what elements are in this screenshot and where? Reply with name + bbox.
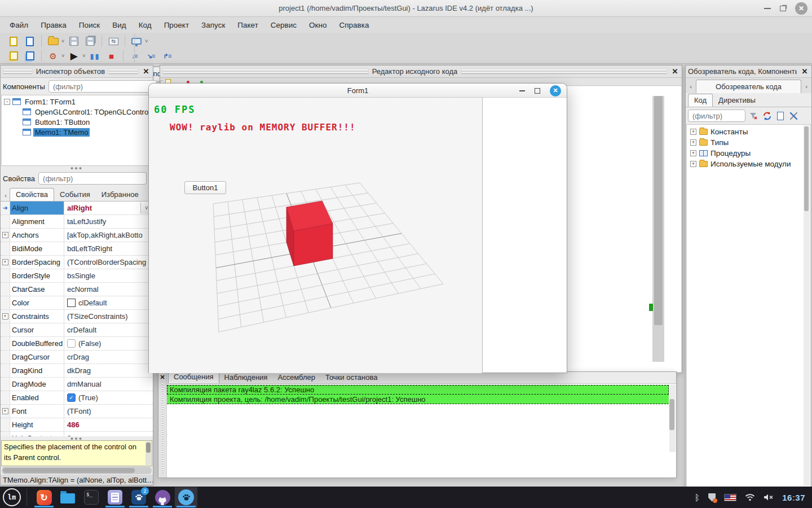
messages-side-handle[interactable]: ✕ [158, 372, 167, 478]
menu-Сервис[interactable]: Сервис [264, 21, 303, 29]
splitter[interactable]: ●●● [1, 166, 153, 170]
splitter[interactable]: ●●● [1, 436, 153, 440]
inspector-hscrollbar-thumb[interactable] [3, 468, 135, 473]
property-value[interactable]: alRight˅ [64, 202, 153, 214]
form1-titlebar[interactable]: Form1 ✕ [149, 84, 567, 98]
messages-tab-наблюдения[interactable]: Наблюдения [219, 372, 273, 383]
menu-Вид[interactable]: Вид [106, 21, 132, 29]
property-row-bidimode[interactable]: BidiModebdLeftToRight [1, 242, 153, 256]
property-value[interactable]: dkDrag [64, 364, 153, 377]
messages-scrollbar[interactable] [669, 384, 676, 452]
clock[interactable]: 16:37 [782, 493, 805, 502]
mint-menu-button[interactable]: lm [3, 488, 21, 506]
refresh-button[interactable] [761, 110, 773, 121]
build-mode-button[interactable]: ⚙ [46, 50, 60, 62]
expand-icon[interactable]: + [2, 232, 8, 238]
property-value[interactable]: (TSizeConstraints) [64, 310, 153, 323]
properties-tab-избранное[interactable]: Избранное [96, 189, 144, 201]
property-value[interactable]: 0 [64, 432, 153, 436]
property-row-alignment[interactable]: AlignmenttaLeftJustify [1, 215, 153, 229]
property-row-borderspacing[interactable]: +BorderSpacing(TControlBorderSpacing [1, 256, 153, 269]
checkbox-checked-icon[interactable]: ✓ [67, 393, 76, 402]
property-row-enabled[interactable]: Enabled✓(True) [1, 391, 153, 405]
property-row-doublebuffered[interactable]: DoubleBuffered(False) [1, 337, 153, 351]
opengl-control[interactable]: 60 FPS WOW! raylib on MEMORY BUFFER!!! B… [149, 98, 482, 373]
code-explorer-scrollbar[interactable] [804, 125, 810, 486]
save-all-button[interactable] [83, 35, 97, 47]
taskbar-item-updater-app[interactable]: ↻ [33, 487, 55, 507]
code-explorer-tab[interactable]: Обозреватель кода [696, 80, 801, 93]
expand-icon[interactable]: + [2, 408, 8, 414]
view-forms-button[interactable] [23, 50, 37, 62]
property-value[interactable]: clDefault [64, 296, 153, 309]
pause-button[interactable]: ▮▮ [89, 50, 102, 62]
properties-tab-свойства[interactable]: Свойства [10, 188, 54, 201]
volume-muted-icon[interactable] [764, 493, 774, 501]
inspector-hscrollbar[interactable] [2, 467, 152, 474]
object-inspector-close-icon[interactable]: ✕ [142, 67, 151, 76]
editor-scrollbar-thumb[interactable] [654, 96, 663, 325]
run-dropdown[interactable]: ˅ [82, 53, 85, 59]
property-value[interactable]: dmManual [64, 378, 153, 391]
tree-expander-icon[interactable]: - [4, 99, 10, 105]
code-explorer-filter-input[interactable] [688, 110, 745, 122]
open-dropdown[interactable]: ˅ [61, 38, 64, 44]
build-mode-dropdown[interactable]: ˅ [61, 53, 64, 59]
messages-tab-ассемблер[interactable]: Ассемблер [272, 372, 320, 383]
tab-scroll-left-icon[interactable]: ‹ [687, 81, 695, 92]
drag-handle[interactable] [108, 69, 138, 75]
firewall-icon[interactable] [708, 493, 716, 502]
code-explorer-node-используемые-модули[interactable]: +Используемые модули [687, 159, 810, 169]
code-explorer-close-icon[interactable]: ✕ [800, 67, 809, 76]
taskbar-item-terminal[interactable]: $_ [80, 487, 103, 507]
property-row-align[interactable]: ➜AlignalRight˅ [1, 202, 153, 215]
components-filter-input[interactable] [48, 80, 157, 93]
step-out-button[interactable]: ↱≡ [161, 50, 174, 62]
properties-tab-события[interactable]: События [54, 189, 96, 201]
clear-filter-button[interactable] [748, 110, 759, 121]
component-tree-item-openglcontrol1[interactable]: OpenGLControl1: TOpenGLControl [2, 107, 152, 117]
step-into-button[interactable]: ↘≡ [144, 50, 158, 62]
code-explorer-node-типы[interactable]: +Типы [687, 137, 810, 148]
component-tree-item-form1[interactable]: -Form1: TForm1 [2, 97, 152, 107]
properties-tab-scroll-left-icon[interactable]: ‹ [2, 190, 10, 201]
help-scrollbar-thumb[interactable] [146, 443, 151, 453]
drag-handle[interactable] [3, 69, 33, 75]
property-value[interactable]: bdLeftToRight [64, 242, 153, 255]
close-button[interactable]: ✕ [795, 2, 807, 15]
taskbar-item-text-editor[interactable] [104, 487, 126, 507]
message-line[interactable]: Компиляция пакета ray4laz 5.6.2: Успешно [167, 385, 669, 395]
property-row-charcase[interactable]: CharCaseecNormal [1, 283, 153, 296]
tree-expander-icon[interactable]: + [690, 129, 696, 135]
view-units-button[interactable] [7, 50, 20, 62]
property-row-height[interactable]: Height486 [1, 418, 153, 432]
options-button[interactable] [788, 110, 800, 121]
menu-Справка[interactable]: Справка [333, 21, 375, 29]
tree-expander-icon[interactable]: + [690, 161, 696, 167]
form1-maximize-button[interactable] [535, 88, 540, 94]
source-editor-close-icon[interactable]: ✕ [670, 67, 679, 76]
toggle-form-unit-button[interactable]: ⇆ [107, 35, 120, 47]
code-explorer-node-процедуры[interactable]: +Процедуры [687, 148, 810, 159]
property-value[interactable]: taLeftJustify [64, 215, 153, 228]
form1-minimize-button[interactable] [519, 90, 525, 91]
stop-button[interactable]: ■ [105, 50, 118, 62]
messages-scrollbar-thumb[interactable] [669, 399, 674, 430]
form-button1[interactable]: Button1 [184, 181, 226, 194]
menu-Правка[interactable]: Правка [34, 21, 73, 29]
code-explorer-tab-директивы[interactable]: Директивы [713, 94, 761, 107]
property-row-dragkind[interactable]: DragKinddkDrag [1, 364, 153, 378]
property-value[interactable]: (False) [64, 337, 153, 350]
object-inspector-titlebar[interactable]: Инспектор объектов ✕ [1, 65, 153, 78]
property-value[interactable]: bsSingle [64, 269, 153, 282]
property-row-font[interactable]: +Font(TFont) [1, 405, 153, 418]
wifi-icon[interactable] [745, 493, 755, 501]
bluetooth-icon[interactable]: ᛒ [695, 493, 700, 502]
source-editor-titlebar[interactable]: Редактор исходного кода ✕ [160, 65, 682, 78]
save-button[interactable] [67, 35, 81, 47]
property-row-borderstyle[interactable]: BorderStylebsSingle [1, 269, 153, 283]
property-row-anchors[interactable]: +Anchors[akTop,akRight,akBotto [1, 229, 153, 242]
property-row-constraints[interactable]: +Constraints(TSizeConstraints) [1, 310, 153, 323]
checkbox-unchecked-icon[interactable] [67, 339, 76, 348]
menu-Запуск[interactable]: Запуск [195, 21, 231, 29]
